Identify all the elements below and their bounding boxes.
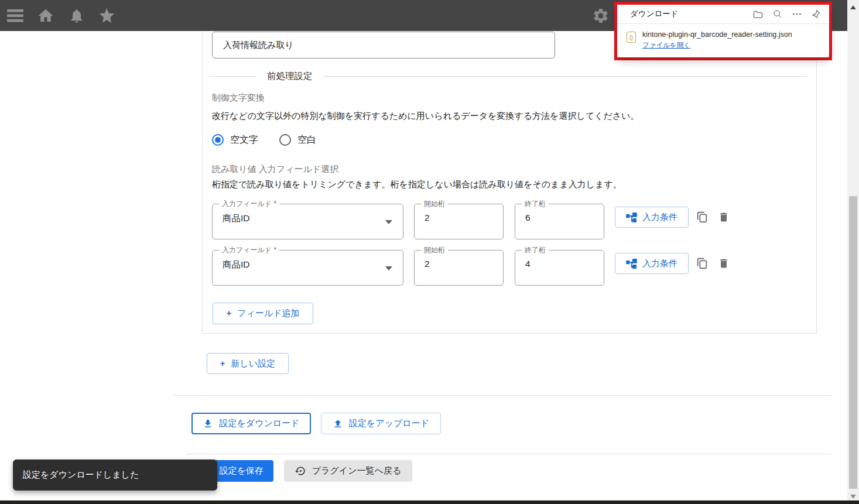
setting-name-input[interactable]: 入荷情報読み取り (212, 32, 555, 59)
tree-icon (626, 212, 637, 222)
new-setting-button[interactable]: + 新しい設定 (207, 353, 289, 374)
end-digit-field[interactable]: 終了桁 4 (515, 250, 604, 286)
input-field-label: 入力フィールド * (219, 245, 279, 255)
preprocess-section-label: 前処理設定 (256, 70, 323, 83)
gear-icon[interactable] (590, 0, 611, 31)
pin-icon[interactable] (812, 9, 821, 19)
json-file-icon: {} (627, 32, 636, 43)
back-to-plugin-list-button[interactable]: プラグイン一覧へ戻る (284, 460, 412, 482)
radio-space-label[interactable]: 空白 (297, 134, 316, 146)
folder-icon[interactable] (753, 10, 763, 19)
hamburger-menu-icon[interactable] (5, 0, 26, 31)
plus-icon: + (226, 308, 231, 317)
home-icon[interactable] (35, 0, 56, 31)
end-digit-value: 6 (525, 212, 531, 223)
divider (174, 395, 831, 396)
downloaded-file-name[interactable]: kintone-plugin-qr_barcode_reader-setting… (642, 30, 792, 39)
download-settings-button[interactable]: 設定をダウンロード (191, 413, 311, 434)
start-digit-field[interactable]: 開始桁 2 (414, 250, 504, 286)
start-digit-label: 開始桁 (421, 199, 448, 209)
downloaded-file-item[interactable]: {} kintone-plugin-qr_barcode_reader-sett… (617, 24, 829, 50)
open-file-link[interactable]: ファイルを開く (642, 41, 690, 50)
end-digit-label: 終了桁 (522, 199, 549, 209)
plus-icon: + (220, 359, 225, 368)
back-to-plugin-list-label: プラグイン一覧へ戻る (312, 465, 401, 476)
control-char-radio-group: 空文字 空白 (212, 133, 337, 146)
scrollbar-thumb[interactable] (849, 196, 857, 489)
input-condition-button[interactable]: 入力条件 (615, 207, 689, 228)
radio-space[interactable] (279, 134, 291, 146)
control-char-label: 制御文字変換 (212, 92, 265, 104)
input-field-label: 入力フィールド * (219, 199, 279, 209)
download-popup: ダウンロード {} kintone-plugin-qr_barcode_read… (617, 5, 829, 57)
toast-message: 設定をダウンロードしました (23, 469, 139, 481)
read-value-description: 桁指定で読み取り値をトリミングできます。桁を指定しない場合は読み取り値をそのまま… (212, 179, 622, 190)
new-setting-label: 新しい設定 (231, 358, 276, 369)
download-popup-title: ダウンロード (630, 9, 753, 19)
add-field-label: フィールド追加 (237, 308, 299, 319)
more-options-icon[interactable] (792, 9, 802, 19)
toast-notification: 設定をダウンロードしました (13, 460, 217, 491)
star-icon[interactable] (95, 0, 118, 31)
input-condition-label: 入力条件 (642, 258, 677, 269)
bottom-bar (0, 500, 859, 504)
copy-icon[interactable] (696, 211, 709, 224)
chevron-down-icon (385, 220, 392, 224)
restore-icon (295, 465, 306, 476)
save-settings-label: 設定を保存 (220, 465, 263, 476)
trash-icon[interactable] (718, 257, 731, 270)
end-digit-field[interactable]: 終了桁 6 (515, 204, 604, 239)
scroll-up-icon[interactable] (847, 2, 859, 12)
vertical-scrollbar[interactable] (847, 0, 859, 504)
preprocess-section-divider: 前処理設定 (210, 71, 807, 81)
divider (186, 454, 831, 454)
upload-settings-button[interactable]: 設定をアップロード (321, 413, 441, 434)
scroll-down-icon[interactable] (847, 492, 859, 501)
start-digit-label: 開始桁 (421, 245, 448, 255)
read-value-label: 読み取り値 入力フィールド選択 (212, 164, 338, 175)
screen: 入荷情報読み取り 前処理設定 制御文字変換 改行などの文字以外の特別な制御を実行… (0, 0, 859, 504)
upload-settings-label: 設定をアップロード (349, 418, 429, 429)
annotation-highlight-box: ダウンロード {} kintone-plugin-qr_barcode_read… (614, 2, 832, 60)
control-char-description: 改行などの文字以外の特別な制御を実行するために用いられるデータを変換する方法を選… (212, 111, 639, 122)
input-field-select[interactable]: 入力フィールド * 商品ID (212, 250, 403, 286)
start-digit-field[interactable]: 開始桁 2 (414, 204, 504, 239)
input-condition-label: 入力条件 (642, 212, 677, 223)
search-icon[interactable] (773, 9, 782, 19)
input-condition-button[interactable]: 入力条件 (615, 253, 689, 274)
divider-line (323, 76, 807, 77)
tree-icon (626, 259, 637, 269)
add-field-button[interactable]: + フィールド追加 (213, 303, 313, 324)
divider-line (210, 76, 256, 77)
download-settings-label: 設定をダウンロード (219, 418, 299, 429)
chevron-down-icon (385, 266, 392, 270)
download-icon (203, 419, 213, 429)
end-digit-label: 終了桁 (522, 245, 549, 255)
end-digit-value: 4 (525, 259, 531, 269)
copy-icon[interactable] (696, 257, 709, 270)
input-field-select[interactable]: 入力フィールド * 商品ID (212, 204, 403, 239)
upload-icon (333, 419, 343, 429)
input-field-value: 商品ID (223, 212, 250, 225)
trash-icon[interactable] (718, 211, 731, 224)
input-field-value: 商品ID (223, 259, 250, 271)
download-popup-titlebar: ダウンロード (617, 5, 829, 24)
start-digit-value: 2 (425, 212, 430, 223)
radio-empty-string[interactable] (212, 134, 224, 146)
start-digit-value: 2 (425, 259, 430, 269)
radio-empty-string-label[interactable]: 空文字 (230, 134, 258, 146)
bell-icon[interactable] (66, 0, 87, 31)
